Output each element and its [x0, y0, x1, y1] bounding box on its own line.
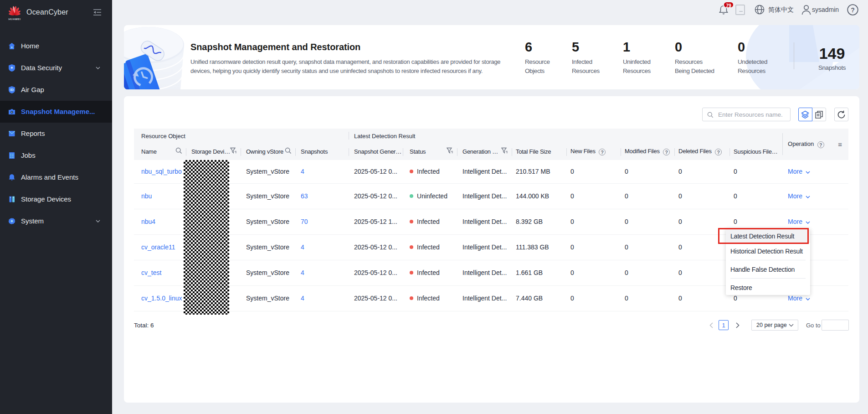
svg-text:?: ?: [851, 6, 855, 14]
svg-text:HUAWEI: HUAWEI: [9, 18, 21, 21]
